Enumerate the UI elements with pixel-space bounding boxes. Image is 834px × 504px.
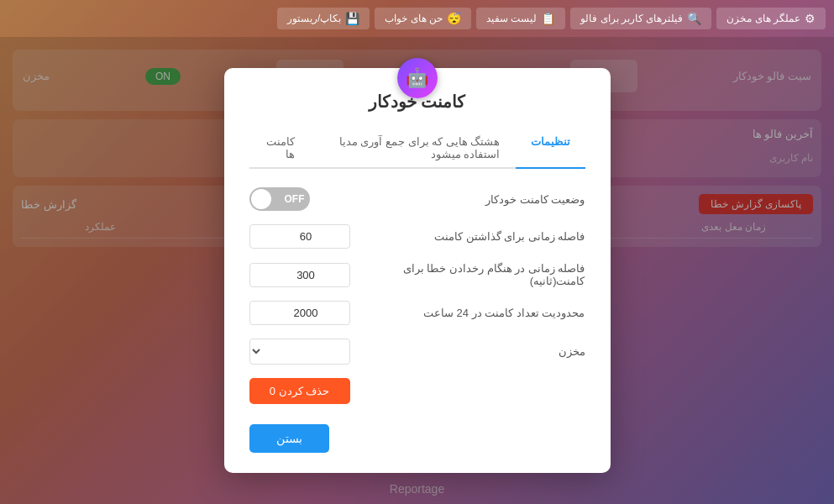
logo-icon: 🤖 — [397, 58, 438, 98]
backup-icon: 💾 — [345, 12, 359, 25]
typing-interval-row: فاصله زمانی در هنگام رخدادن خطا برای کام… — [249, 262, 585, 287]
comment-interval-input[interactable] — [249, 224, 350, 249]
daily-limit-row: محدودیت تعداد کامنت در 24 ساعت — [249, 301, 585, 325]
status-toggle[interactable]: OFF — [249, 187, 310, 211]
close-button[interactable]: بستن — [249, 424, 329, 453]
filter-icon: 🔍 — [687, 12, 701, 25]
delete-button[interactable]: حذف کردن 0 — [249, 378, 350, 404]
backup-button[interactable]: 💾 بکاپ/ریستور — [277, 8, 370, 29]
actions-button[interactable]: ⚙ عملگر های مخزن — [716, 8, 826, 29]
auto-comment-modal: کامنت خودکار تنظیمات هشتگ هایی که برای ج… — [224, 68, 611, 473]
tab-comments[interactable]: کامنت ها — [249, 129, 310, 169]
comment-interval-label: فاصله زمانی برای گذاشتن کامنت — [350, 230, 585, 243]
actions-row: بستن — [249, 417, 585, 453]
modal-wrapper: 🤖 کامنت خودکار تنظیمات هشتگ هایی که برای… — [224, 68, 611, 473]
storage-select[interactable] — [249, 339, 350, 365]
whitelist-button[interactable]: 📋 لیست سفید — [476, 8, 565, 29]
status-label: وضعیت کامنت خودکار — [310, 193, 585, 206]
delete-row: حذف کردن 0 — [249, 378, 585, 404]
modal-tabs: تنظیمات هشتگ هایی که برای جمع آوری مدیا … — [249, 129, 585, 169]
toggle-knob — [251, 189, 271, 209]
typing-interval-input[interactable] — [249, 263, 350, 287]
modal-overlay: 🤖 کامنت خودکار تنظیمات هشتگ هایی که برای… — [0, 37, 834, 504]
comment-interval-row: فاصله زمانی برای گذاشتن کامنت — [249, 224, 585, 249]
main-area: سیت فالو خودکار 0 ON 0 ON مخزن آخرین فال… — [0, 37, 834, 504]
topbar: ⚙ عملگر های مخزن 🔍 فیلترهای کاربر برای ف… — [0, 0, 834, 37]
daily-limit-label: محدودیت تعداد کامنت در 24 ساعت — [350, 307, 585, 319]
tab-settings[interactable]: تنظیمات — [516, 129, 585, 169]
sleep-icon: 😴 — [447, 12, 461, 25]
list-icon: 📋 — [541, 12, 555, 25]
storage-row: مخزن — [249, 339, 585, 365]
tab-hashtags[interactable]: هشتگ هایی که برای جمع آوری مدیا استفاده … — [310, 129, 516, 169]
filters-button[interactable]: 🔍 فیلترهای کاربر برای فالو — [570, 8, 711, 29]
daily-limit-input[interactable] — [249, 301, 350, 325]
sleep-button[interactable]: 😴 حن های خواب — [375, 8, 471, 29]
toggle-label: OFF — [285, 193, 305, 205]
gear-icon: ⚙ — [805, 12, 816, 25]
storage-label: مخزن — [350, 345, 585, 358]
typing-interval-label: فاصله زمانی در هنگام رخدادن خطا برای کام… — [350, 262, 585, 287]
status-row: وضعیت کامنت خودکار OFF — [249, 187, 585, 211]
